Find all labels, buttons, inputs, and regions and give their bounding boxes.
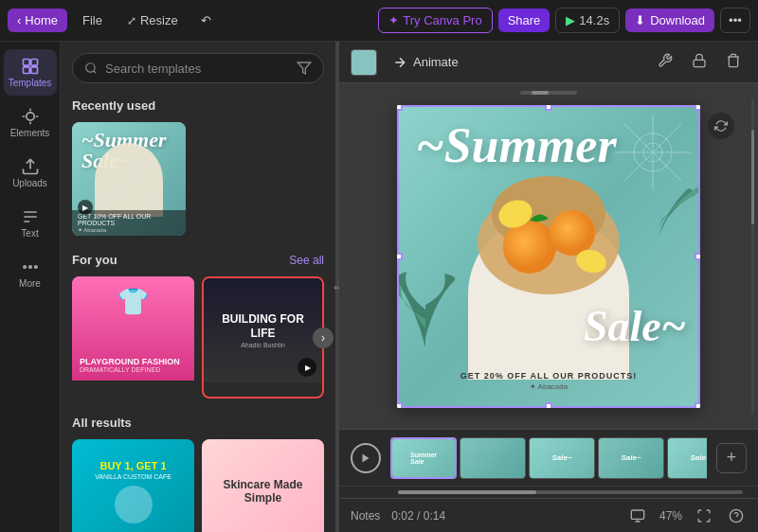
templates-icon [21, 57, 40, 76]
timeline-add-button[interactable]: + [716, 443, 747, 473]
timeline-scroll-track [339, 486, 758, 498]
timeline-thumb-2[interactable] [460, 437, 526, 479]
svg-rect-0 [23, 60, 29, 66]
timeline-scrollbar [398, 490, 743, 494]
canvas-toolbar: Animate [339, 42, 758, 83]
play-overlay-icon: ▶ [298, 358, 316, 377]
for-you-thumb-2[interactable]: BUILDING FOR LIFE Ahadio Bushlin ▶ [202, 276, 324, 399]
sidebar-item-more[interactable]: More [4, 250, 57, 296]
recently-used-thumb-1[interactable]: ~SummerSale~ GET 10% OFF ALL OUR PRODUCT… [72, 122, 186, 236]
plus-icon: + [727, 448, 737, 468]
toolbar-trash-button[interactable] [720, 49, 747, 75]
svg-point-8 [86, 63, 95, 72]
timeline-thumb-5[interactable]: Sale~ [667, 437, 707, 479]
timeline-thumb-4[interactable]: Sale~ [598, 437, 664, 479]
toolbar-lock-button[interactable] [686, 49, 713, 75]
building-label: BUILDING FOR LIFE [213, 312, 313, 340]
canvas-scroll[interactable]: ~Summer [339, 83, 758, 429]
sidebar-item-elements[interactable]: Elements [4, 99, 57, 146]
timeline-scrollbar-thumb [398, 490, 536, 494]
canvas-refresh-button[interactable] [708, 113, 734, 139]
main-layout: Templates Elements Uploads Text More [0, 42, 758, 532]
lock-icon [692, 53, 707, 68]
canva-star-icon: ✦ [388, 13, 399, 27]
share-button[interactable]: Share [498, 9, 550, 32]
ellipsis-icon: ••• [729, 13, 742, 27]
buyone-label: BUY 1, GET 1 [99, 460, 166, 471]
sidebar-item-text[interactable]: Text [4, 200, 57, 246]
color-swatch[interactable] [351, 49, 377, 76]
play-icon: ▶ [566, 13, 575, 27]
resize-icon: ⤢ [127, 14, 136, 27]
monitor-icon [630, 508, 645, 523]
zoom-display[interactable]: 47% [659, 509, 682, 523]
expand-icon [696, 508, 712, 523]
resize-button[interactable]: ⤢ Resize [117, 9, 188, 32]
notes-button[interactable]: Notes [351, 509, 380, 523]
for-you-grid: 👕 playground fashion DRAMATICALLY DEFINE… [72, 276, 324, 399]
skincare-label: Skincare Made Simple [209, 478, 316, 505]
recently-used-title: Recently used [72, 98, 155, 113]
filter-icon[interactable] [297, 61, 312, 76]
animate-button[interactable]: Animate [385, 51, 466, 74]
all-results-title: All results [72, 416, 132, 430]
uploads-icon [21, 157, 40, 176]
svg-point-6 [28, 266, 31, 269]
svg-rect-1 [30, 60, 37, 66]
status-bar: Notes 0:02 / 0:14 47% [339, 498, 758, 532]
all-results-thumb-1[interactable]: BUY 1, GET 1 VANILLA CUSTOM CAFE [72, 439, 194, 532]
screen-icon-button[interactable] [627, 505, 648, 526]
more-options-button[interactable]: ••• [720, 8, 750, 33]
canvas-offer: GET 20% OFF ALL OUR PRODUCTS! [397, 371, 700, 381]
svg-marker-24 [363, 453, 370, 462]
canvas-summer-title: ~Summer [416, 122, 617, 168]
refresh-icon [714, 119, 728, 133]
timeline-play-button[interactable] [351, 443, 381, 473]
timeline-thumb-1[interactable]: SummerSale [390, 437, 457, 479]
templates-panel: Recently used ~SummerSale~ GET 10% OFF A… [61, 42, 335, 532]
download-icon: ⬇ [635, 13, 645, 27]
recently-used-grid: ~SummerSale~ GET 10% OFF ALL OUR PRODUCT… [72, 122, 324, 236]
timer-button[interactable]: ▶ 14.2s [555, 8, 620, 33]
download-button[interactable]: ⬇ Download [625, 9, 714, 32]
canvas-wrapper: ~Summer [397, 105, 700, 408]
canvas-bottom-text: GET 20% OFF ALL OUR PRODUCTS! ✦ Abacada [397, 371, 700, 391]
sidebar-item-uploads[interactable]: Uploads [4, 150, 57, 196]
timeline-strip: SummerSale Sale~ Sale~ Sale~ [390, 437, 707, 479]
timeline-thumb-3[interactable]: Sale~ [529, 437, 595, 479]
for-you-thumb-1[interactable]: 👕 playground fashion DRAMATICALLY DEFINE… [72, 276, 194, 399]
svg-rect-9 [694, 60, 705, 66]
file-button[interactable]: File [73, 9, 112, 32]
svg-point-5 [23, 266, 26, 269]
scroll-indicator-top [520, 91, 577, 95]
home-button[interactable]: ‹ Home [8, 9, 67, 32]
text-icon [21, 207, 40, 226]
canvas-sale-text: Sale~ [584, 301, 686, 351]
svg-rect-25 [631, 510, 643, 519]
svg-rect-3 [30, 67, 37, 74]
svg-point-19 [503, 221, 556, 274]
carousel-next-button[interactable]: › [313, 328, 334, 348]
svg-rect-2 [23, 67, 29, 74]
search-input[interactable] [105, 62, 289, 76]
design-canvas[interactable]: ~Summer [397, 105, 700, 408]
svg-point-7 [34, 266, 37, 269]
chevron-left-icon: ‹ [17, 13, 21, 27]
help-button[interactable] [726, 505, 747, 526]
canvas-area: Animate [339, 42, 758, 532]
time-display: 0:02 / 0:14 [391, 509, 445, 523]
all-results-grid: BUY 1, GET 1 VANILLA CUSTOM CAFE Skincar… [72, 439, 324, 532]
canvas-brand: ✦ Abacada [397, 382, 700, 391]
canvas-palm-right [648, 162, 700, 241]
wrench-icon [658, 53, 673, 68]
help-icon [729, 508, 744, 523]
all-results-thumb-2[interactable]: Skincare Made Simple [202, 439, 324, 532]
play-icon [360, 452, 371, 464]
sidebar-item-templates[interactable]: Templates [4, 49, 57, 96]
toolbar-wrench-button[interactable] [652, 49, 678, 75]
trash-icon [726, 53, 741, 68]
undo-button[interactable]: ↶ [193, 9, 219, 32]
fullscreen-button[interactable] [694, 505, 714, 526]
try-canva-pro-button[interactable]: ✦ Try Canva Pro [378, 8, 492, 33]
see-all-button[interactable]: See all [289, 254, 324, 267]
